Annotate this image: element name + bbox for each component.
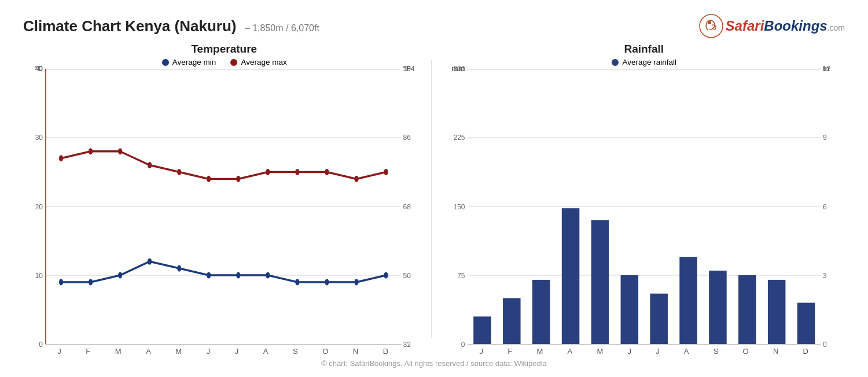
rain-y-150: 150 <box>453 203 465 211</box>
temp-chart-svg <box>46 69 401 344</box>
temp-month-j1: J <box>57 347 61 356</box>
temp-f-50: 50 <box>403 272 411 280</box>
min-legend-icon <box>161 58 170 66</box>
svg-point-29 <box>325 279 329 285</box>
title-group: Climate Chart Kenya (Nakuru) – 1,850m / … <box>23 17 319 35</box>
rain-month-m2: M <box>597 347 603 356</box>
svg-point-1 <box>708 21 711 24</box>
temp-right-axis: °F 104 86 68 50 32 <box>401 69 425 345</box>
temp-left-axis: °C 40 30 20 10 0 <box>23 69 45 345</box>
rain-in-12: 12 <box>823 65 830 73</box>
svg-point-0 <box>700 14 723 38</box>
rainfall-legend-icon <box>611 58 619 66</box>
svg-point-30 <box>354 279 358 285</box>
svg-rect-48 <box>797 303 815 344</box>
svg-point-11 <box>148 162 152 168</box>
app: Climate Chart Kenya (Nakuru) – 1,850m / … <box>0 0 868 377</box>
svg-rect-40 <box>561 208 579 344</box>
svg-rect-45 <box>709 271 727 344</box>
rainfall-svg-wrap <box>468 69 821 345</box>
svg-point-14 <box>236 176 240 182</box>
temp-month-a2: A <box>263 347 269 356</box>
svg-point-16 <box>295 169 299 175</box>
rain-month-j3: J <box>656 347 660 356</box>
temp-f-104: 104 <box>403 65 415 73</box>
rain-month-s: S <box>713 347 719 356</box>
svg-point-21 <box>89 279 93 285</box>
rainfall-legend: Average rainfall <box>443 58 845 66</box>
temp-x-labels: J F M A M J J A S O N D <box>23 347 425 356</box>
rainfall-x-labels: J F M A M J J A S O N D <box>443 347 845 356</box>
rain-in-0: 0 <box>823 341 827 349</box>
svg-point-23 <box>148 258 152 265</box>
svg-point-25 <box>207 272 211 278</box>
rainfall-section: Rainfall Average rainfall mm 300 225 150… <box>432 43 845 356</box>
legend-max-text: Average max <box>241 58 286 66</box>
svg-point-3 <box>230 59 237 66</box>
temp-y-40: 40 <box>35 65 43 73</box>
svg-point-9 <box>89 148 93 154</box>
rainfall-legend-text: Average rainfall <box>622 58 676 66</box>
rain-month-o: O <box>743 347 749 356</box>
rain-month-a1: A <box>568 347 573 356</box>
temp-months: J F M A M J J A S O N D <box>45 347 401 356</box>
temp-month-m1: M <box>115 347 122 356</box>
svg-point-31 <box>384 272 388 278</box>
svg-rect-43 <box>650 294 668 344</box>
svg-point-2 <box>162 59 169 66</box>
svg-point-17 <box>325 169 329 175</box>
svg-rect-47 <box>767 280 785 344</box>
brand-bookings: Bookings <box>764 18 827 34</box>
svg-rect-46 <box>738 275 756 344</box>
temp-legend: Average min Average max <box>23 58 425 66</box>
logo-group: SafariBookings.com <box>699 14 845 38</box>
svg-point-24 <box>177 265 181 272</box>
rainfall-left-axis: mm 300 225 150 75 0 <box>443 69 468 345</box>
svg-point-28 <box>295 279 299 285</box>
rainfall-title: Rainfall <box>443 43 845 56</box>
brand-com: .com <box>827 23 845 32</box>
temp-chart-body: °C 40 30 20 10 0 <box>23 69 425 356</box>
temp-month-d: D <box>383 347 388 356</box>
rain-y-0: 0 <box>461 341 465 349</box>
temp-month-a1: A <box>146 347 151 356</box>
rain-month-f: F <box>507 347 512 356</box>
temp-f-86: 86 <box>403 134 411 142</box>
rainfall-months: J F M A M J J A S O N D <box>468 347 821 356</box>
temp-y-20: 20 <box>35 203 43 211</box>
rain-month-a2: A <box>684 347 689 356</box>
rain-y-225: 225 <box>453 134 465 142</box>
temp-f-32: 32 <box>403 341 411 349</box>
temp-month-j2: J <box>207 347 211 356</box>
svg-rect-41 <box>591 220 609 344</box>
svg-point-10 <box>118 148 122 154</box>
rainfall-chart-with-axes: mm 300 225 150 75 0 <box>443 69 845 345</box>
brand-safari: Safari <box>726 18 764 34</box>
svg-rect-42 <box>620 275 638 344</box>
chart-elevation: – 1,850m / 6,070ft <box>245 23 319 33</box>
temp-month-f: F <box>86 347 90 356</box>
legend-min-text: Average min <box>172 58 216 66</box>
rain-month-j1: J <box>480 347 484 356</box>
svg-point-18 <box>354 176 358 182</box>
svg-point-20 <box>59 279 63 285</box>
max-legend-icon <box>230 58 238 66</box>
svg-point-8 <box>59 155 63 161</box>
svg-rect-37 <box>473 316 491 344</box>
temp-title: Temperature <box>23 43 425 56</box>
rain-in-9: 9 <box>823 134 827 142</box>
svg-point-32 <box>612 59 619 66</box>
svg-point-13 <box>207 176 211 182</box>
brand-name: SafariBookings.com <box>726 18 845 34</box>
rainfall-right-axis: in 12 9 6 3 0 <box>821 69 845 345</box>
rain-in-6: 6 <box>823 203 827 211</box>
legend-rainfall-item: Average rainfall <box>611 58 676 66</box>
svg-point-15 <box>266 169 270 175</box>
svg-point-27 <box>266 272 270 278</box>
svg-rect-38 <box>503 298 521 344</box>
rain-month-d: D <box>803 347 808 356</box>
temp-month-j3: J <box>235 347 239 356</box>
svg-rect-44 <box>679 257 697 344</box>
rain-y-75: 75 <box>457 272 465 280</box>
legend-min: Average min <box>161 58 216 66</box>
